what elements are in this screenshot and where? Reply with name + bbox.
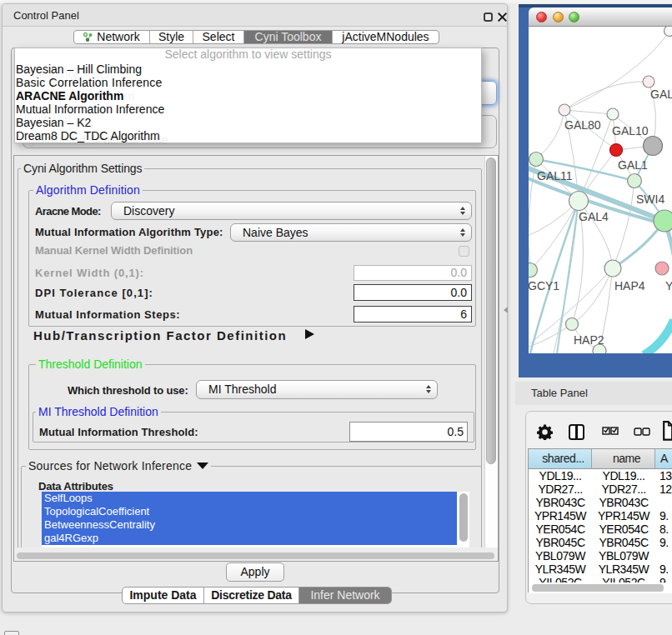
svg-text:GAL4: GAL4	[579, 210, 609, 223]
svg-text:HAP2: HAP2	[574, 333, 604, 347]
svg-text:GAL11: GAL11	[537, 169, 573, 182]
svg-text:GAL10: GAL10	[612, 124, 649, 138]
svg-text:GAL1: GAL1	[618, 158, 648, 172]
svg-text:GAL: GAL	[650, 88, 672, 101]
svg-text:SWI4: SWI4	[636, 192, 664, 206]
svg-text:Y: Y	[665, 279, 672, 292]
svg-text:GCY1: GCY1	[529, 279, 559, 292]
svg-text:GAL80: GAL80	[564, 118, 601, 132]
svg-text:HAP4: HAP4	[614, 279, 645, 292]
